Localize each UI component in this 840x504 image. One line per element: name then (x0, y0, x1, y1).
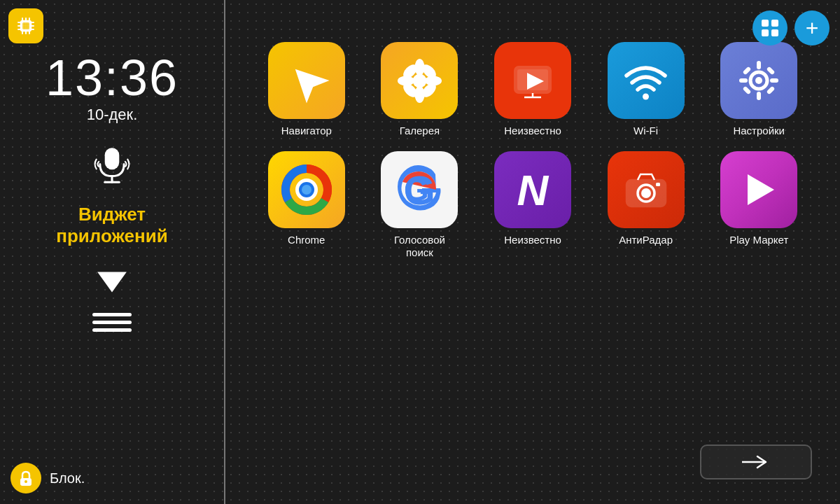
time-display: 13:36 10-дек. (46, 52, 178, 124)
top-right-controls: + (752, 10, 830, 46)
voice-search-label: Голосовой поиск (394, 234, 445, 259)
playmarket-icon (720, 151, 797, 228)
antiradar-icon (608, 151, 685, 228)
clock-date: 10-дек. (46, 106, 178, 124)
svg-marker-28 (284, 57, 329, 103)
hamburger-menu-button[interactable] (92, 313, 132, 332)
right-panel: Навигатор Галерея (225, 0, 840, 504)
svg-rect-20 (105, 148, 120, 169)
grid-view-button[interactable] (752, 10, 788, 46)
svg-rect-24 (762, 20, 769, 27)
app-play-market[interactable]: Play Маркет (706, 151, 812, 259)
mic-icon (91, 145, 133, 190)
unknown2-icon: N (494, 151, 571, 228)
unknown1-icon (494, 42, 571, 119)
app-unknown1[interactable]: Неизвестно (479, 42, 586, 137)
svg-rect-52 (743, 86, 752, 95)
wifi-label: Wi-Fi (634, 125, 658, 137)
add-button[interactable]: + (794, 10, 830, 46)
svg-rect-26 (762, 29, 769, 36)
hamburger-line-3 (92, 328, 132, 332)
unknown1-label: Неизвестно (504, 125, 561, 137)
hamburger-line-2 (92, 321, 132, 324)
wifi-signal-icon (94, 268, 130, 299)
svg-rect-50 (743, 66, 752, 76)
svg-rect-62 (656, 183, 660, 186)
svg-rect-25 (771, 20, 778, 27)
svg-point-29 (412, 74, 426, 88)
wifi-icon (608, 42, 685, 119)
navigator-icon (268, 42, 345, 119)
app-voice-search[interactable]: G G Голосовой поиск (367, 151, 473, 259)
svg-point-61 (641, 188, 651, 198)
svg-rect-46 (757, 61, 761, 69)
app-navigator[interactable]: Навигатор (253, 42, 360, 137)
chrome-icon (268, 151, 345, 228)
gallery-icon (381, 42, 458, 119)
app-unknown2[interactable]: N Неизвестно (479, 151, 586, 259)
google-icon: G G (381, 151, 458, 228)
app-antiradar[interactable]: АнтиРадар (593, 151, 699, 259)
clock-time: 13:36 (46, 52, 178, 103)
lock-button[interactable]: Блок. (10, 463, 85, 493)
hamburger-line-1 (92, 313, 132, 316)
svg-rect-53 (766, 66, 776, 76)
svg-rect-47 (757, 92, 761, 100)
chrome-label: Chrome (288, 234, 325, 246)
app-grid: Навигатор Галерея (253, 42, 812, 259)
antiradar-label: АнтиРадар (619, 234, 673, 246)
svg-rect-51 (766, 86, 776, 95)
svg-point-66 (24, 480, 27, 483)
svg-point-43 (643, 93, 649, 99)
svg-rect-49 (770, 78, 778, 83)
widget-label: Виджет приложений (56, 204, 168, 247)
settings-icon (720, 42, 797, 119)
settings-label: Настройки (733, 125, 785, 137)
app-chrome[interactable]: Chrome (253, 151, 360, 259)
navigator-label: Навигатор (281, 125, 332, 137)
app-settings[interactable]: Настройки (706, 42, 812, 137)
svg-marker-23 (97, 272, 127, 293)
svg-point-45 (755, 77, 762, 84)
notification-dot (565, 42, 571, 48)
microphone-button[interactable] (91, 145, 133, 190)
arrow-right-icon (742, 454, 770, 470)
svg-rect-48 (739, 78, 748, 83)
lock-label: Блок. (50, 470, 85, 486)
left-panel: 13:36 10-дек. Виджет п (0, 0, 224, 504)
gallery-label: Галерея (400, 125, 440, 137)
next-page-button[interactable] (700, 444, 812, 479)
lock-icon (10, 463, 41, 493)
playmarket-label: Play Маркет (729, 234, 788, 246)
svg-marker-63 (748, 174, 774, 205)
svg-rect-27 (771, 29, 778, 36)
svg-point-57 (302, 185, 312, 195)
unknown2-label: Неизвестно (504, 234, 561, 246)
app-gallery[interactable]: Галерея (367, 42, 473, 137)
app-wifi[interactable]: Wi-Fi (593, 42, 699, 137)
